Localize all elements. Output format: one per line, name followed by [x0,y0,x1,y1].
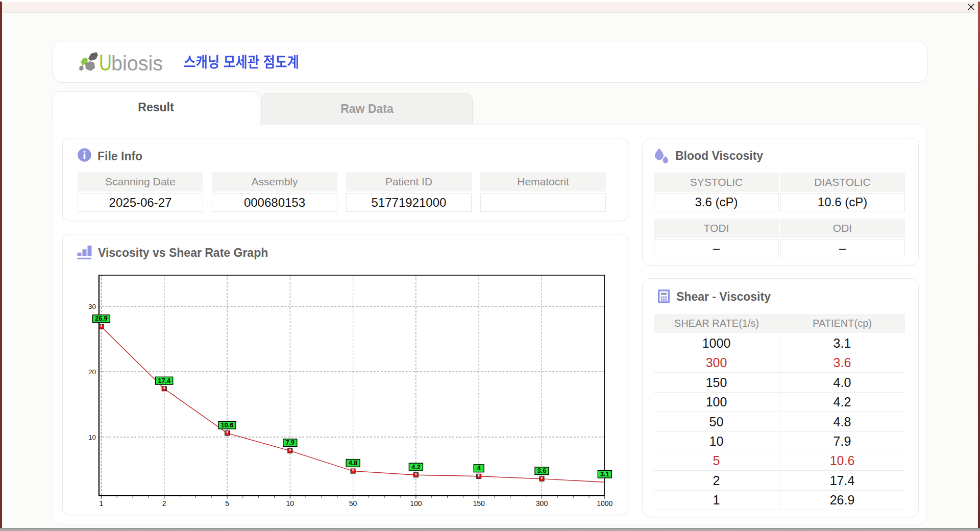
svg-text:30: 30 [88,303,96,310]
svg-text:4: 4 [477,465,481,472]
svg-text:26.9: 26.9 [95,315,107,322]
svg-text:1: 1 [100,499,104,508]
svg-text:3.1: 3.1 [600,471,609,478]
svg-text:4.2: 4.2 [411,464,420,471]
svg-text:10: 10 [88,433,96,441]
svg-text:17.4: 17.4 [158,377,170,384]
svg-text:5: 5 [225,499,229,508]
svg-text:150: 150 [473,499,485,508]
svg-text:3.6: 3.6 [537,467,546,474]
svg-text:20: 20 [88,368,96,376]
svg-text:2: 2 [162,499,166,508]
svg-text:10: 10 [286,499,295,508]
svg-text:100: 100 [410,499,422,508]
svg-text:7.9: 7.9 [286,439,295,446]
svg-text:biosis: biosis [111,52,163,75]
svg-text:50: 50 [349,499,357,508]
svg-text:300: 300 [536,499,548,508]
svg-text:4.8: 4.8 [349,460,357,467]
svg-text:10.6: 10.6 [221,422,233,429]
svg-text:1000: 1000 [597,499,612,508]
svg-text:U: U [99,51,112,75]
